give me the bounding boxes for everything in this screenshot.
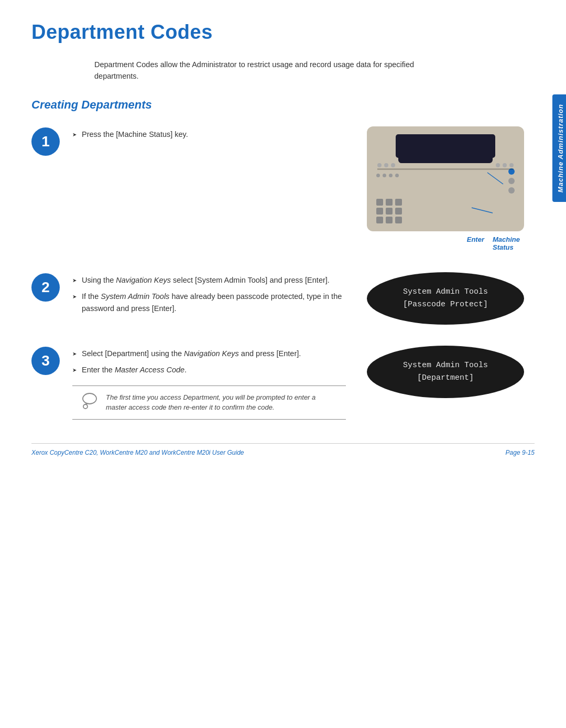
intro-paragraph: Department Codes allow the Administrator… <box>94 59 440 82</box>
note-text: The first time you access Department, yo… <box>106 392 338 413</box>
step-3-instruction-2: Enter the Master Access Code. <box>72 364 346 376</box>
footer-left: Xerox CopyCentre C20, WorkCentre M20 and… <box>31 449 244 456</box>
section-heading: Creating Departments <box>31 98 535 112</box>
step-3-image: System Admin Tools [Department] <box>356 346 535 398</box>
step-3-note: The first time you access Department, yo… <box>72 386 346 420</box>
machine-illustration: Enter MachineStatus <box>367 126 524 251</box>
svg-point-2 <box>83 393 96 404</box>
step-3-text: Select [Department] using the Navigation… <box>72 346 346 420</box>
step-2-screen-text: System Admin Tools [Passcode Protect] <box>403 286 488 311</box>
enter-label: Enter <box>467 235 484 251</box>
step-3-screen: System Admin Tools [Department] <box>367 346 524 398</box>
step-2-row: 2 Using the Navigation Keys select [Syst… <box>31 272 535 325</box>
step-3-row: 3 Select [Department] using the Navigati… <box>31 346 535 420</box>
svg-line-1 <box>472 208 493 213</box>
step-3-inner: 3 Select [Department] using the Navigati… <box>31 346 535 420</box>
step-2-badge: 2 <box>31 273 60 302</box>
step-1-row: 1 Press the [Machine Status] key. <box>31 126 535 251</box>
step-2-image: System Admin Tools [Passcode Protect] <box>356 272 535 325</box>
step-2-instruction-2: If the System Admin Tools have already b… <box>72 291 346 315</box>
page-title: Department Codes <box>31 21 535 44</box>
side-tab: Machine Administration <box>552 94 566 202</box>
svg-line-0 <box>487 173 503 184</box>
machine-status-label: MachineStatus <box>493 235 520 251</box>
svg-point-3 <box>83 404 88 409</box>
step-3-badge: 3 <box>31 347 60 375</box>
step-3-instruction-1: Select [Department] using the Navigation… <box>72 348 346 360</box>
machine-device-image <box>367 126 524 231</box>
step-1-image: Enter MachineStatus <box>356 126 535 251</box>
step-1-text: Press the [Machine Status] key. <box>72 126 346 145</box>
note-icon <box>81 392 100 411</box>
step-2-text: Using the Navigation Keys select [System… <box>72 272 346 319</box>
step-3-screen-text: System Admin Tools [Department] <box>403 359 488 384</box>
step-2-instruction-1: Using the Navigation Keys select [System… <box>72 274 346 286</box>
step-2-screen: System Admin Tools [Passcode Protect] <box>367 272 524 325</box>
step-1-badge: 1 <box>31 127 60 156</box>
footer-right: Page 9-15 <box>506 449 535 456</box>
page-footer: Xerox CopyCentre C20, WorkCentre M20 and… <box>31 443 535 456</box>
step-1-instruction-1: Press the [Machine Status] key. <box>72 129 346 141</box>
